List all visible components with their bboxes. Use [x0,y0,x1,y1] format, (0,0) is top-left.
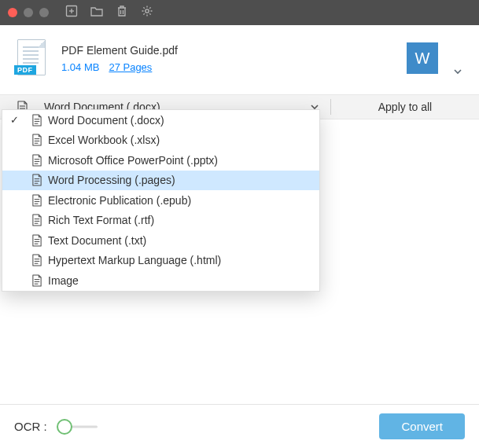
format-option-label: Excel Workbook (.xlsx) [48,134,319,146]
doc-icon [26,194,48,207]
format-option[interactable]: Hypertext Markup Language (.html) [2,251,319,271]
format-option[interactable]: Word Document (.docx) [2,110,319,130]
format-option-label: Text Document (.txt) [48,234,319,247]
doc-icon [26,274,48,287]
format-option[interactable]: Rich Text Format (.rtf) [2,211,319,231]
file-row: PDF PDF Element Guide.pdf 1.04 MB 27 Pag… [0,25,479,94]
minimize-window-button[interactable] [24,8,33,17]
zoom-window-button[interactable] [39,8,49,17]
titlebar [0,0,479,25]
svg-point-3 [146,9,149,13]
format-option[interactable]: Text Document (.txt) [2,230,319,251]
format-option-label: Rich Text Format (.rtf) [48,214,319,226]
file-size: 1.04 MB [61,61,99,73]
doc-icon [26,214,48,226]
doc-icon [26,234,48,247]
format-option[interactable]: Image [2,270,319,291]
bottom-bar: OCR : Convert [0,404,479,448]
target-format-letter: W [415,50,430,68]
file-pages-link[interactable]: 27 Pages [109,61,152,73]
format-option[interactable]: Excel Workbook (.xlsx) [2,130,319,151]
format-option-label: Word Document (.docx) [48,114,319,127]
ocr-toggle[interactable] [57,419,101,435]
folder-icon[interactable] [90,4,104,21]
format-option-label: Image [48,274,319,287]
window-controls [8,8,49,17]
doc-icon [26,174,48,186]
format-option-label: Microsoft Office PowerPoint (.pptx) [48,154,319,167]
format-option-label: Hypertext Markup Language (.html) [48,254,319,266]
toolbar-icons [64,4,154,21]
convert-button[interactable]: Convert [379,413,465,439]
format-option[interactable]: Word Processing (.pages) [2,171,319,191]
file-name: PDF Element Guide.pdf [61,44,178,57]
doc-icon [26,114,48,127]
pdf-file-icon: PDF [16,39,47,77]
target-format-dropdown-arrow[interactable] [452,39,463,77]
pdf-badge-text: PDF [14,65,36,75]
file-meta: PDF Element Guide.pdf 1.04 MB 27 Pages [61,44,178,73]
add-file-icon[interactable] [64,4,79,21]
file-sub: 1.04 MB 27 Pages [61,61,178,73]
format-option[interactable]: Electronic Publication (.epub) [2,190,319,211]
toggle-knob [57,419,72,435]
format-option[interactable]: Microsoft Office PowerPoint (.pptx) [2,150,319,171]
settings-icon[interactable] [140,4,154,21]
doc-icon [26,254,48,266]
format-option-label: Electronic Publication (.epub) [48,194,319,207]
apply-to-all-button[interactable]: Apply to all [331,101,479,113]
ocr-label: OCR : [14,420,47,433]
close-window-button[interactable] [8,8,17,17]
target-format-badge[interactable]: W [407,42,438,74]
doc-icon [26,154,48,167]
format-option-label: Word Processing (.pages) [48,174,319,186]
trash-icon[interactable] [115,4,129,21]
format-dropdown-menu: Word Document (.docx)Excel Workbook (.xl… [2,109,320,292]
doc-icon [26,134,48,146]
